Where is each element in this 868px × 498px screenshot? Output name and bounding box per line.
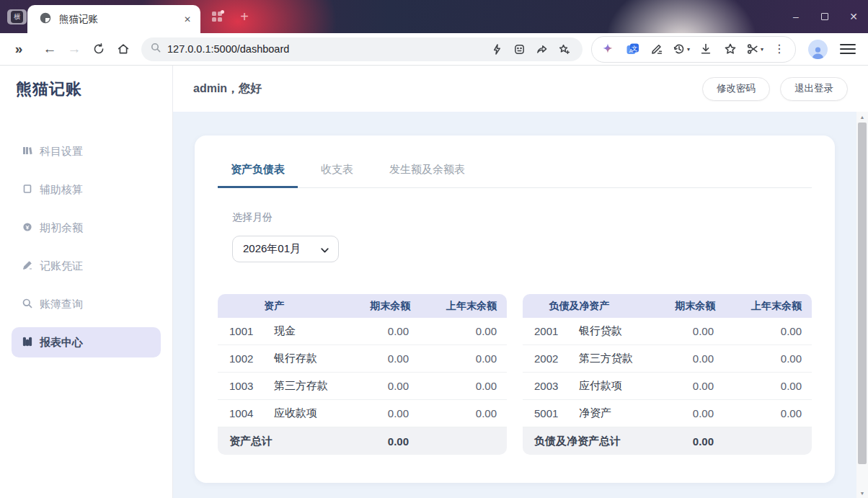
box-icon bbox=[22, 183, 33, 197]
table-row: 1004 应收款项 0.00 0.00 bbox=[218, 400, 507, 427]
month-select-value: 2026年01月 bbox=[243, 242, 301, 256]
total-label: 资产总计 bbox=[218, 435, 328, 448]
minimize-button[interactable]: – bbox=[781, 0, 810, 33]
sidebar-item-report-center[interactable]: 报表中心 bbox=[12, 327, 161, 357]
pen-icon bbox=[22, 259, 33, 273]
scrollbar-thumb[interactable] bbox=[858, 123, 867, 464]
prior-year-balance: 0.00 bbox=[714, 352, 812, 365]
month-select[interactable]: 2026年01月 bbox=[232, 236, 339, 262]
history-icon[interactable]: ▾ bbox=[669, 37, 694, 61]
profile-avatar[interactable] bbox=[808, 40, 828, 59]
tab-groups-icon[interactable] bbox=[212, 12, 223, 22]
new-tab-button[interactable]: + bbox=[236, 8, 253, 25]
sidebar-item-vouchers[interactable]: 记账凭证 bbox=[12, 251, 161, 281]
browser-tab[interactable]: 熊猫记账 ✕ bbox=[27, 5, 200, 33]
ending-balance: 0.00 bbox=[328, 352, 409, 365]
browser-menu-button[interactable] bbox=[840, 44, 856, 54]
account-name: 第三方贷款 bbox=[579, 352, 633, 365]
url-text[interactable]: 127.0.0.1:5000/dashboard bbox=[167, 43, 289, 55]
sidebar-item-label: 科目设置 bbox=[40, 145, 83, 159]
browser-window: 横 熊猫记账 ✕ + – ✕ » ← → bbox=[0, 0, 868, 498]
prior-year-balance: 0.00 bbox=[409, 352, 507, 365]
books-icon bbox=[22, 145, 33, 159]
bookmark-add-icon[interactable] bbox=[553, 38, 575, 61]
table-header-row: 负债及净资产 期末余额 上年末余额 bbox=[523, 294, 812, 318]
column-header: 上年末余额 bbox=[715, 300, 812, 313]
share-icon[interactable] bbox=[531, 38, 553, 61]
bolt-icon[interactable] bbox=[486, 38, 508, 61]
prior-year-balance: 0.00 bbox=[714, 407, 812, 419]
notes-pen-icon[interactable] bbox=[645, 37, 669, 61]
tab-balance-sheet[interactable]: 资产负债表 bbox=[218, 163, 298, 188]
app-header: admin，您好 修改密码 退出登录 bbox=[173, 66, 868, 112]
workspace-icon: 横 bbox=[11, 11, 23, 23]
total-label: 负债及净资产总计 bbox=[523, 435, 633, 448]
ai-sparkle-icon[interactable] bbox=[595, 37, 620, 61]
sidebar-nav: 科目设置 辅助核算 bbox=[12, 136, 161, 357]
month-filter-label: 选择月份 bbox=[232, 211, 812, 224]
account-code: 2001 bbox=[523, 325, 579, 337]
chevron-down-icon bbox=[321, 243, 329, 255]
assets-table: 资产 期末余额 上年末余额 1001 现金 0.00 0.00 bbox=[218, 294, 507, 455]
table-row: 1001 现金 0.00 0.00 bbox=[218, 318, 507, 345]
table-row: 2002 第三方贷款 0.00 0.00 bbox=[523, 345, 812, 373]
ending-balance: 0.00 bbox=[633, 325, 714, 337]
tab-close-icon[interactable]: ✕ bbox=[184, 14, 191, 25]
back-button[interactable]: ← bbox=[37, 37, 62, 61]
month-filter: 选择月份 2026年01月 bbox=[232, 211, 812, 262]
workspace-button[interactable]: 横 bbox=[7, 9, 27, 25]
clip-scissors-icon[interactable]: ▾ bbox=[743, 37, 767, 61]
account-code: 2002 bbox=[523, 352, 579, 365]
download-icon[interactable] bbox=[694, 37, 718, 61]
tab-income-expense[interactable]: 收支表 bbox=[308, 163, 366, 188]
favorites-star-icon[interactable] bbox=[718, 37, 743, 61]
scroll-down-icon[interactable]: ▼ bbox=[856, 488, 868, 498]
page-scrollbar[interactable]: ▲ ▼ bbox=[856, 112, 868, 498]
sidebar-item-label: 记账凭证 bbox=[40, 259, 83, 273]
account-name: 应收款项 bbox=[274, 406, 328, 420]
svg-text:A: A bbox=[629, 48, 632, 53]
sidebar-item-auxiliary-accounting[interactable]: 辅助核算 bbox=[12, 174, 161, 205]
bar-chart-icon bbox=[22, 336, 33, 350]
translate-icon[interactable]: 文 A bbox=[620, 37, 645, 61]
balance-tables: 资产 期末余额 上年末余额 1001 现金 0.00 0.00 bbox=[218, 294, 812, 455]
sidebar-item-label: 报表中心 bbox=[40, 336, 83, 350]
sidebar-item-subjects-setting[interactable]: 科目设置 bbox=[12, 136, 161, 166]
sidebar: 熊猫记账 科目设置 bbox=[0, 66, 173, 498]
extensions-menu-icon[interactable]: ⋮ bbox=[767, 37, 792, 61]
main-column: admin，您好 修改密码 退出登录 资产负债表 收支表 发生额及余额表 选择月… bbox=[173, 66, 868, 498]
column-header: 期末余额 bbox=[636, 300, 715, 313]
sidebar-item-opening-balance[interactable]: 期初余额 bbox=[12, 213, 161, 243]
prior-year-balance: 0.00 bbox=[409, 325, 507, 337]
account-code: 1003 bbox=[218, 380, 274, 392]
reload-button[interactable] bbox=[87, 37, 111, 61]
overflow-chevrons-button[interactable]: » bbox=[6, 37, 30, 61]
table-row: 1002 银行存款 0.00 0.00 bbox=[218, 345, 507, 373]
prior-year-balance: 0.00 bbox=[714, 380, 812, 392]
tab-title: 熊猫记账 bbox=[59, 13, 178, 26]
ending-balance: 0.00 bbox=[328, 325, 409, 337]
table-row: 2003 应付款项 0.00 0.00 bbox=[523, 373, 812, 400]
ending-balance: 0.00 bbox=[328, 407, 409, 419]
reader-mode-icon[interactable] bbox=[508, 38, 531, 61]
column-header: 上年末余额 bbox=[410, 300, 507, 313]
column-header: 资产 bbox=[218, 300, 331, 313]
scroll-up-icon[interactable]: ▲ bbox=[856, 112, 868, 122]
address-bar[interactable]: 127.0.0.1:5000/dashboard bbox=[141, 37, 583, 61]
sidebar-item-ledger-query[interactable]: 账簿查询 bbox=[12, 289, 161, 319]
table-row: 1003 第三方存款 0.00 0.00 bbox=[218, 373, 507, 400]
ending-balance: 0.00 bbox=[633, 407, 714, 419]
total-value: 0.00 bbox=[633, 435, 714, 448]
prior-year-balance: 0.00 bbox=[409, 380, 507, 392]
close-window-button[interactable]: ✕ bbox=[839, 0, 868, 33]
tab-trial-balance[interactable]: 发生额及余额表 bbox=[376, 163, 478, 188]
home-button[interactable] bbox=[111, 37, 136, 61]
report-card: 资产负债表 收支表 发生额及余额表 选择月份 2026年01月 bbox=[195, 135, 835, 483]
logout-button[interactable]: 退出登录 bbox=[780, 77, 848, 101]
change-password-button[interactable]: 修改密码 bbox=[702, 77, 770, 101]
sidebar-item-label: 期初余额 bbox=[40, 221, 83, 235]
sidebar-item-label: 账簿查询 bbox=[40, 298, 83, 311]
maximize-button[interactable] bbox=[810, 0, 839, 33]
table-row: 2001 银行贷款 0.00 0.00 bbox=[523, 318, 812, 345]
forward-button[interactable]: → bbox=[62, 37, 87, 61]
